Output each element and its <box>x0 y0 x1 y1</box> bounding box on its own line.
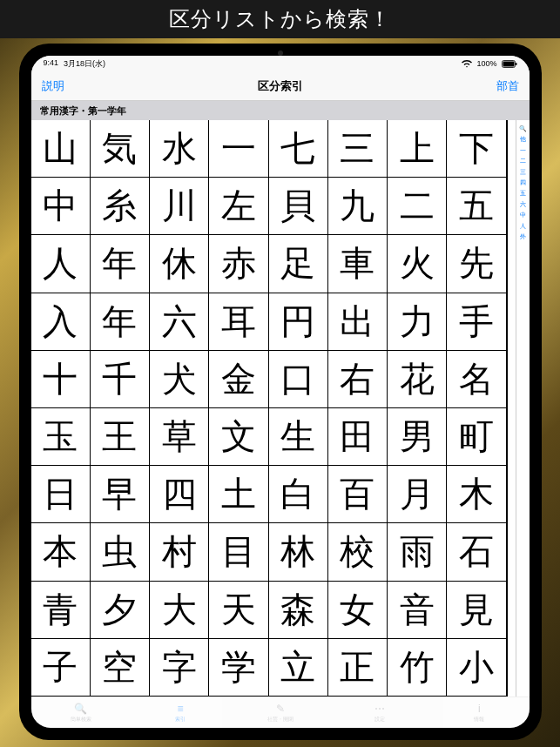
side-index-item[interactable]: 他 <box>520 136 526 143</box>
kanji-cell[interactable]: 上 <box>388 120 447 178</box>
kanji-cell[interactable]: 正 <box>328 639 388 697</box>
kanji-cell[interactable]: 車 <box>328 235 388 293</box>
kanji-cell[interactable]: 五 <box>447 178 506 235</box>
kanji-cell[interactable]: 小 <box>447 639 506 697</box>
kanji-cell[interactable]: 犬 <box>150 351 209 408</box>
kanji-cell[interactable]: 雨 <box>388 523 447 581</box>
svg-rect-2 <box>516 63 517 65</box>
kanji-cell[interactable]: 一 <box>209 120 268 178</box>
kanji-cell[interactable]: 子 <box>31 639 91 697</box>
side-index-item[interactable]: 四 <box>520 179 526 186</box>
kanji-cell[interactable]: 石 <box>447 523 506 581</box>
kanji-cell[interactable]: 手 <box>447 293 506 351</box>
kanji-cell[interactable]: 下 <box>447 120 506 178</box>
kanji-cell[interactable]: 町 <box>447 408 506 466</box>
side-index-item[interactable]: 六 <box>520 201 526 208</box>
kanji-cell[interactable]: 文 <box>209 408 268 466</box>
kanji-cell[interactable]: 気 <box>91 120 150 178</box>
search-icon[interactable]: 🔍 <box>519 125 527 132</box>
tab-item[interactable]: i情報 <box>429 697 529 728</box>
kanji-cell[interactable]: 年 <box>91 293 150 351</box>
kanji-cell[interactable]: 三 <box>328 120 388 178</box>
kanji-cell[interactable]: 青 <box>31 582 91 639</box>
kanji-cell[interactable]: 空 <box>91 639 150 697</box>
kanji-cell[interactable]: 先 <box>447 235 506 293</box>
kanji-cell[interactable]: 字 <box>150 639 209 697</box>
kanji-cell[interactable]: 女 <box>328 582 388 639</box>
kanji-cell[interactable]: 天 <box>209 582 268 639</box>
kanji-cell[interactable]: 校 <box>328 523 388 581</box>
kanji-cell[interactable]: 四 <box>150 466 209 523</box>
kanji-cell[interactable]: 円 <box>269 293 328 351</box>
kanji-cell[interactable]: 二 <box>388 178 447 235</box>
kanji-cell[interactable]: 玉 <box>31 408 91 466</box>
kanji-cell[interactable]: 土 <box>209 466 268 523</box>
kanji-cell[interactable]: 日 <box>31 466 91 523</box>
kanji-cell[interactable]: 十 <box>31 351 91 408</box>
kanji-cell[interactable]: 村 <box>150 523 209 581</box>
kanji-cell[interactable]: 休 <box>150 235 209 293</box>
side-index-item[interactable]: 外 <box>520 233 526 240</box>
kanji-grid: 山気水一七三上下中糸川左貝九二五人年休赤足車火先入年六耳円出力手十千犬金口右花名… <box>31 120 507 697</box>
kanji-cell[interactable]: 人 <box>31 235 91 293</box>
kanji-cell[interactable]: 生 <box>269 408 328 466</box>
side-index-item[interactable]: 一 <box>520 147 526 154</box>
kanji-cell[interactable]: 夕 <box>91 582 150 639</box>
nav-right-button[interactable]: 部首 <box>496 78 519 94</box>
tab-item[interactable]: 🔍簡単検索 <box>31 697 131 728</box>
kanji-cell[interactable]: 力 <box>388 293 447 351</box>
tab-item[interactable]: ≡索引 <box>131 697 230 728</box>
kanji-cell[interactable]: 山 <box>31 120 91 178</box>
kanji-cell[interactable]: 名 <box>447 351 506 408</box>
kanji-cell[interactable]: 虫 <box>91 523 150 581</box>
kanji-cell[interactable]: 早 <box>91 466 150 523</box>
kanji-cell[interactable]: 足 <box>269 235 328 293</box>
kanji-cell[interactable]: 口 <box>269 351 328 408</box>
tab-item[interactable]: ⋯設定 <box>330 697 429 728</box>
kanji-cell[interactable]: 田 <box>328 408 388 466</box>
side-index-item[interactable]: 三 <box>520 169 526 176</box>
side-index-item[interactable]: 人 <box>520 223 526 230</box>
side-index-item[interactable]: 中 <box>520 212 526 219</box>
kanji-cell[interactable]: 右 <box>328 351 388 408</box>
kanji-cell[interactable]: 水 <box>150 120 209 178</box>
kanji-cell[interactable]: 千 <box>91 351 150 408</box>
kanji-cell[interactable]: 草 <box>150 408 209 466</box>
kanji-cell[interactable]: 森 <box>269 582 328 639</box>
kanji-cell[interactable]: 赤 <box>209 235 268 293</box>
kanji-cell[interactable]: 目 <box>209 523 268 581</box>
kanji-cell[interactable]: 川 <box>150 178 209 235</box>
nav-left-button[interactable]: 説明 <box>42 78 64 94</box>
kanji-cell[interactable]: 貝 <box>269 178 328 235</box>
kanji-cell[interactable]: 竹 <box>388 639 447 697</box>
kanji-cell[interactable]: 金 <box>209 351 268 408</box>
kanji-cell[interactable]: 糸 <box>91 178 150 235</box>
kanji-cell[interactable]: 左 <box>209 178 268 235</box>
side-index-item[interactable]: 五 <box>520 190 526 197</box>
kanji-cell[interactable]: 出 <box>328 293 388 351</box>
kanji-cell[interactable]: 九 <box>328 178 388 235</box>
kanji-cell[interactable]: 六 <box>150 293 209 351</box>
kanji-cell[interactable]: 学 <box>209 639 268 697</box>
kanji-cell[interactable]: 林 <box>269 523 328 581</box>
kanji-cell[interactable]: 男 <box>388 408 447 466</box>
side-index-item[interactable]: 二 <box>520 158 526 165</box>
kanji-cell[interactable]: 見 <box>447 582 506 639</box>
kanji-cell[interactable]: 耳 <box>209 293 268 351</box>
tab-item[interactable]: ✎社芸・開閉 <box>230 697 329 728</box>
kanji-cell[interactable]: 年 <box>91 235 150 293</box>
kanji-cell[interactable]: 入 <box>31 293 91 351</box>
kanji-cell[interactable]: 立 <box>269 639 328 697</box>
kanji-cell[interactable]: 百 <box>328 466 388 523</box>
kanji-cell[interactable]: 音 <box>388 582 447 639</box>
kanji-cell[interactable]: 花 <box>388 351 447 408</box>
kanji-cell[interactable]: 火 <box>388 235 447 293</box>
kanji-cell[interactable]: 本 <box>31 523 91 581</box>
kanji-cell[interactable]: 大 <box>150 582 209 639</box>
kanji-cell[interactable]: 木 <box>447 466 506 523</box>
kanji-cell[interactable]: 月 <box>388 466 447 523</box>
kanji-cell[interactable]: 中 <box>31 178 91 235</box>
kanji-cell[interactable]: 王 <box>91 408 150 466</box>
kanji-cell[interactable]: 白 <box>269 466 328 523</box>
kanji-cell[interactable]: 七 <box>269 120 328 178</box>
